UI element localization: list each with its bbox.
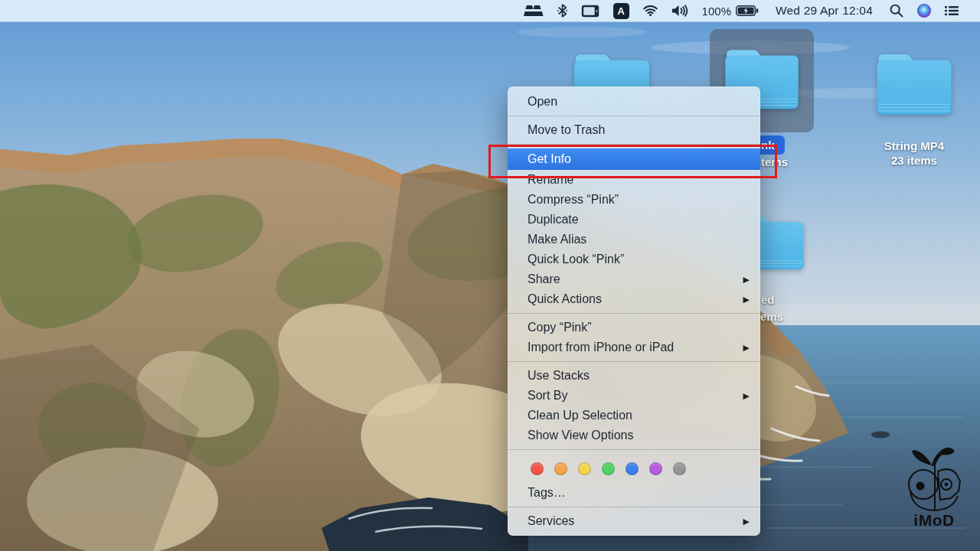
menu-separator bbox=[508, 361, 760, 362]
menu-bar: A 100% bbox=[0, 0, 980, 22]
notification-center-icon[interactable] bbox=[945, 5, 959, 16]
menu-item-duplicate[interactable]: Duplicate bbox=[508, 210, 760, 230]
desktop-wallpaper bbox=[0, 0, 980, 551]
submenu-arrow-icon: ▶ bbox=[743, 289, 750, 309]
tag-purple[interactable] bbox=[649, 462, 662, 475]
imod-watermark-text: iMoD bbox=[913, 511, 954, 530]
spotlight-search-icon[interactable] bbox=[890, 4, 903, 18]
menu-item-clean-up-selection[interactable]: Clean Up Selection bbox=[508, 406, 760, 425]
folder-items-mid-fragment[interactable]: ems bbox=[760, 310, 783, 323]
menu-item-quick-actions[interactable]: Quick Actions ▶ bbox=[508, 289, 760, 309]
bluetooth-icon[interactable] bbox=[557, 4, 567, 18]
menu-item-label: Import from iPhone or iPad bbox=[528, 341, 674, 354]
menu-item-import-from-iphone[interactable]: Import from iPhone or iPad ▶ bbox=[508, 337, 760, 357]
folder-label-string-mp4[interactable]: String MP4 23 items bbox=[861, 139, 968, 168]
menu-item-label: Quick Actions bbox=[528, 292, 602, 305]
tag-blue[interactable] bbox=[626, 462, 639, 475]
folder-items-count: 23 items bbox=[861, 153, 968, 168]
volume-icon[interactable] bbox=[671, 5, 688, 17]
folder-name: String MP4 bbox=[861, 139, 968, 153]
tag-color-row bbox=[508, 454, 760, 483]
menu-item-open[interactable]: Open bbox=[508, 92, 760, 112]
desktop-screen: A 100% bbox=[0, 0, 980, 551]
menu-item-make-alias[interactable]: Make Alias bbox=[508, 230, 760, 249]
siri-icon[interactable] bbox=[917, 4, 931, 18]
menu-item-share[interactable]: Share ▶ bbox=[508, 269, 760, 289]
battery-percent: 100% bbox=[702, 5, 731, 18]
menu-bar-clock[interactable]: Wed 29 Apr 12:04 bbox=[776, 4, 873, 18]
tag-orange[interactable] bbox=[554, 462, 567, 475]
submenu-arrow-icon: ▶ bbox=[743, 337, 750, 357]
menu-item-label: Services bbox=[528, 514, 574, 527]
battery-charging-icon bbox=[736, 5, 759, 16]
menu-item-quick-look[interactable]: Quick Look “Pink” bbox=[508, 249, 760, 269]
menu-separator bbox=[508, 313, 760, 314]
submenu-arrow-icon: ▶ bbox=[743, 269, 750, 289]
submenu-arrow-icon: ▶ bbox=[743, 386, 750, 406]
menu-separator bbox=[508, 507, 760, 507]
menu-separator bbox=[508, 449, 760, 450]
imod-watermark: iMoD bbox=[900, 442, 968, 530]
menu-item-tags[interactable]: Tags… bbox=[508, 483, 760, 503]
menu-item-move-to-trash[interactable]: Move to Trash bbox=[508, 120, 760, 140]
tag-yellow[interactable] bbox=[578, 462, 591, 475]
tag-gray[interactable] bbox=[673, 462, 686, 475]
submenu-arrow-icon: ▶ bbox=[743, 511, 750, 531]
input-source-icon[interactable]: A bbox=[613, 3, 629, 19]
tag-red[interactable] bbox=[531, 462, 544, 475]
sidecar-display-icon[interactable] bbox=[581, 5, 599, 18]
menu-item-label: Sort By bbox=[528, 389, 567, 402]
menu-item-use-stacks[interactable]: Use Stacks bbox=[508, 366, 760, 386]
stack-icon[interactable] bbox=[524, 5, 544, 17]
tag-green[interactable] bbox=[602, 462, 615, 475]
folder-label-mid-fragment[interactable]: ed bbox=[761, 293, 775, 306]
battery-status[interactable]: 100% bbox=[702, 5, 759, 18]
folder-icon-string-mp4[interactable] bbox=[871, 44, 957, 119]
wifi-icon[interactable] bbox=[643, 5, 658, 16]
menu-item-copy[interactable]: Copy “Pink” bbox=[508, 318, 760, 337]
menu-item-label: Share bbox=[528, 272, 560, 285]
menu-separator bbox=[508, 116, 760, 116]
menu-item-sort-by[interactable]: Sort By ▶ bbox=[508, 386, 760, 406]
menu-item-show-view-options[interactable]: Show View Options bbox=[508, 425, 760, 445]
annotation-red-box bbox=[488, 145, 777, 178]
menu-item-compress[interactable]: Compress “Pink” bbox=[508, 190, 760, 210]
menu-item-services[interactable]: Services ▶ bbox=[508, 511, 760, 531]
